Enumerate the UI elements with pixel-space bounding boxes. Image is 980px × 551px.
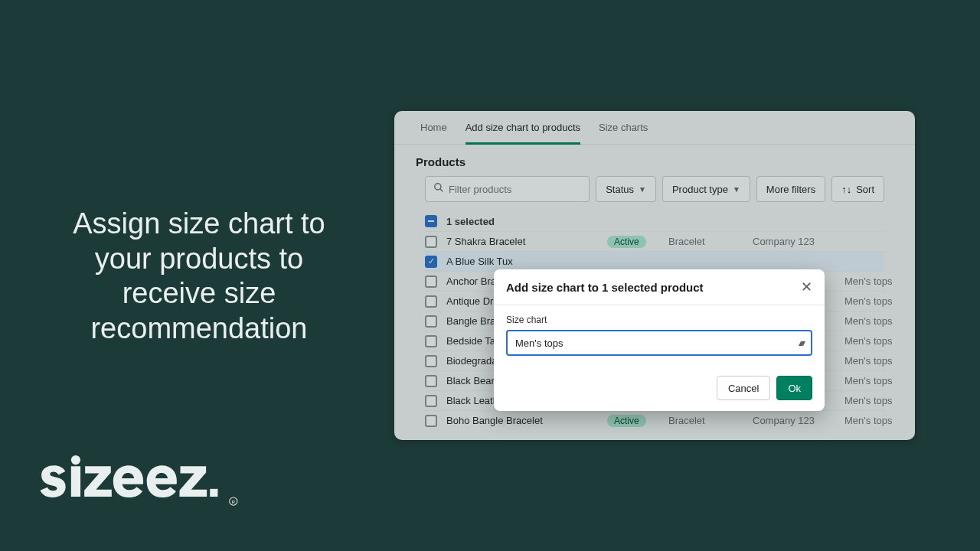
product-name: Boho Bangle Bracelet: [446, 415, 607, 426]
type-filter[interactable]: Product type ▼: [662, 176, 750, 202]
status-badge: Active: [607, 236, 646, 248]
select-chevrons-icon: ▴▾: [799, 337, 803, 348]
product-chart: Men's tops: [844, 335, 915, 347]
logo: R: [38, 455, 241, 517]
row-checkbox[interactable]: ✓: [425, 256, 437, 268]
svg-rect-0: [71, 466, 80, 497]
row-checkbox[interactable]: [425, 375, 437, 387]
row-checkbox[interactable]: [425, 355, 437, 367]
svg-line-6: [440, 189, 443, 192]
search-icon: [433, 182, 444, 196]
product-chart: Men's tops: [844, 295, 915, 307]
row-checkbox[interactable]: [425, 415, 437, 427]
toolbar: Status ▼ Product type ▼ More filters ↑↓ …: [394, 176, 915, 211]
status-badge: Active: [607, 415, 646, 427]
row-checkbox[interactable]: [425, 315, 437, 328]
size-chart-selected: Men's tops: [515, 337, 563, 349]
modal-title: Add size chart to 1 selected product: [506, 281, 704, 294]
row-checkbox[interactable]: [425, 295, 437, 308]
product-type: Bracelet: [668, 236, 753, 247]
tab-add-size-chart[interactable]: Add size chart to products: [466, 122, 580, 145]
close-icon[interactable]: ✕: [801, 280, 812, 294]
size-chart-select[interactable]: Men's tops ▴▾: [506, 330, 812, 356]
svg-rect-2: [210, 488, 217, 496]
product-name: A Blue Silk Tux: [446, 256, 607, 267]
sort-icon: ↑↓: [841, 184, 851, 195]
select-all-checkbox[interactable]: [425, 215, 437, 227]
caret-down-icon: ▼: [639, 185, 646, 194]
section-title: Products: [394, 145, 915, 176]
row-checkbox[interactable]: [425, 335, 437, 347]
row-checkbox[interactable]: [425, 276, 437, 288]
table-row[interactable]: Boho Bangle Bracelet Active Bracelet Com…: [425, 410, 884, 430]
sizeez-logo-svg: R: [38, 455, 241, 514]
hero-text: Assign size chart to your products to re…: [46, 207, 352, 346]
svg-text:R: R: [232, 498, 236, 504]
add-size-chart-modal: Add size chart to 1 selected product ✕ S…: [494, 269, 825, 411]
status-filter-label: Status: [606, 184, 634, 195]
tab-size-charts[interactable]: Size charts: [599, 122, 648, 144]
table-header: 1 selected: [425, 211, 884, 231]
row-checkbox[interactable]: [425, 236, 437, 248]
product-vendor: Company 123: [753, 415, 844, 426]
tab-home[interactable]: Home: [420, 122, 447, 144]
tabs: Home Add size chart to products Size cha…: [394, 111, 915, 145]
sort-button-label: Sort: [856, 184, 874, 195]
product-chart: Men's tops: [844, 395, 915, 406]
product-chart: Men's tops: [844, 315, 915, 327]
status-filter[interactable]: Status ▼: [596, 176, 656, 202]
search-input-wrap[interactable]: [425, 176, 590, 202]
product-chart: Men's tops: [844, 355, 915, 367]
product-chart: Men's tops: [844, 415, 915, 426]
cancel-button[interactable]: Cancel: [717, 376, 770, 400]
product-chart: Men's tops: [844, 276, 915, 287]
table-row[interactable]: ✓ A Blue Silk Tux: [425, 251, 884, 271]
table-row[interactable]: 7 Shakra Bracelet Active Bracelet Compan…: [425, 231, 884, 251]
sort-button[interactable]: ↑↓ Sort: [831, 176, 884, 202]
svg-point-1: [71, 455, 80, 465]
caret-down-icon: ▼: [733, 185, 740, 194]
product-type: Bracelet: [668, 415, 753, 426]
product-name: 7 Shakra Bracelet: [446, 236, 607, 247]
size-chart-label: Size chart: [506, 315, 812, 325]
ok-button[interactable]: Ok: [776, 376, 812, 400]
row-checkbox[interactable]: [425, 395, 437, 407]
type-filter-label: Product type: [672, 184, 728, 195]
search-input[interactable]: [449, 184, 581, 195]
product-vendor: Company 123: [753, 236, 844, 247]
more-filters-button[interactable]: More filters: [756, 176, 825, 202]
svg-point-5: [435, 184, 441, 190]
product-chart: Men's tops: [844, 375, 915, 386]
selected-count: 1 selected: [446, 216, 607, 227]
